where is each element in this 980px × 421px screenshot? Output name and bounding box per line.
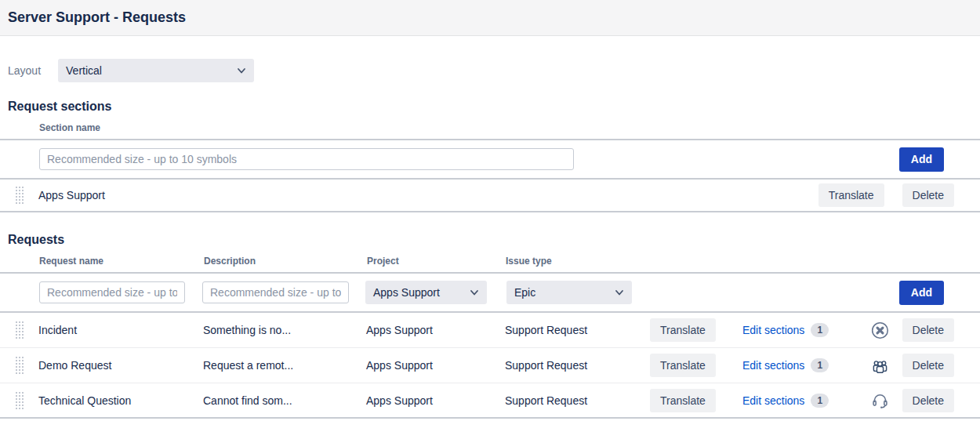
people-group-icon	[870, 356, 890, 376]
request-name: Technical Question	[38, 394, 203, 407]
issue-type-select-value: Epic	[514, 286, 535, 299]
request-description: Cannot find som...	[203, 394, 366, 407]
request-issue-type: Support Request	[505, 359, 650, 372]
request-row-technical-question: Technical Question Cannot find som... Ap…	[0, 383, 980, 419]
layout-select-value: Vertical	[66, 64, 102, 77]
page-header: Server Support - Requests	[0, 0, 980, 36]
translate-request-button[interactable]: Translate	[650, 389, 716, 412]
delete-section-button[interactable]: Delete	[902, 183, 954, 207]
sections-count-badge: 1	[811, 323, 829, 337]
edit-sections-link[interactable]: Edit sections	[742, 394, 804, 407]
request-project: Apps Support	[366, 394, 505, 407]
column-header-section-name: Section name	[39, 122, 100, 133]
section-row-apps-support: Apps Support Translate Delete	[0, 180, 980, 212]
chevron-down-icon	[614, 287, 625, 298]
chevron-down-icon	[236, 65, 247, 76]
section-name: Apps Support	[38, 189, 105, 201]
requests-heading: Requests	[0, 233, 980, 247]
issue-type-select[interactable]: Epic	[506, 281, 632, 304]
column-header-request-name: Request name	[39, 256, 204, 267]
drag-handle-icon[interactable]	[15, 355, 24, 376]
sections-count-badge: 1	[811, 394, 829, 408]
project-select[interactable]: Apps Support	[365, 281, 487, 304]
request-issue-type: Support Request	[505, 394, 650, 407]
layout-label: Layout	[8, 64, 41, 77]
request-sections-column-headers: Section name	[0, 122, 980, 139]
translate-request-button[interactable]: Translate	[650, 354, 716, 377]
layout-select[interactable]: Vertical	[58, 59, 254, 82]
drag-handle-icon[interactable]	[15, 185, 24, 205]
drag-handle-icon[interactable]	[15, 320, 24, 340]
project-select-value: Apps Support	[373, 286, 440, 299]
error-cross-circle-icon	[870, 321, 890, 340]
chevron-down-icon	[469, 287, 480, 298]
request-project: Apps Support	[366, 359, 505, 372]
layout-row: Layout Vertical	[0, 59, 980, 82]
request-row-incident: Incident Something is no... Apps Support…	[0, 313, 980, 348]
column-header-description: Description	[204, 256, 367, 267]
translate-request-button[interactable]: Translate	[650, 318, 716, 342]
delete-request-button[interactable]: Delete	[902, 354, 954, 377]
request-issue-type: Support Request	[505, 324, 650, 336]
request-project: Apps Support	[366, 324, 505, 336]
request-description: Something is no...	[203, 324, 366, 336]
translate-section-button[interactable]: Translate	[818, 183, 884, 207]
add-section-button[interactable]: Add	[899, 147, 944, 172]
page-title: Server Support - Requests	[8, 9, 186, 26]
edit-sections-link[interactable]: Edit sections	[742, 324, 804, 336]
sections-count-badge: 1	[811, 358, 829, 372]
requests-column-headers: Request name Description Project Issue t…	[0, 256, 980, 272]
request-description-input[interactable]	[202, 281, 349, 303]
column-header-project: Project	[367, 256, 506, 267]
request-name: Incident	[38, 324, 203, 336]
drag-handle-icon[interactable]	[15, 390, 24, 411]
request-description: Request a remot...	[203, 359, 366, 372]
section-name-input[interactable]	[39, 148, 574, 170]
edit-sections-link[interactable]: Edit sections	[742, 359, 804, 372]
delete-request-button[interactable]: Delete	[902, 389, 954, 412]
add-request-row: Apps Support Epic Add	[0, 272, 980, 313]
request-row-demo-request: Demo Request Request a remot... Apps Sup…	[0, 348, 980, 383]
delete-request-button[interactable]: Delete	[902, 318, 954, 342]
add-section-row: Add	[0, 139, 980, 180]
request-sections-heading: Request sections	[0, 100, 980, 114]
column-header-issue-type: Issue type	[506, 256, 651, 267]
request-name: Demo Request	[38, 359, 203, 372]
request-name-input[interactable]	[39, 281, 185, 303]
headset-icon	[870, 390, 890, 410]
add-request-button[interactable]: Add	[899, 281, 944, 305]
